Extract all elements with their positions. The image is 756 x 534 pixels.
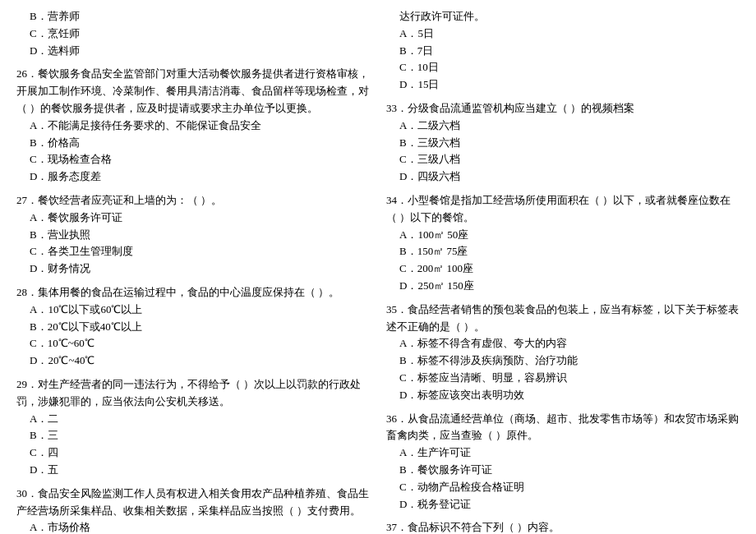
option-text: B．20℃以下或40℃以上 bbox=[16, 319, 370, 336]
question-text: 26．餐饮服务食品安全监管部门对重大活动餐饮服务提供者进行资格审核，开展加工制作… bbox=[16, 66, 370, 117]
option-text: D．四级六档 bbox=[386, 168, 740, 186]
option-text: D．15日 bbox=[386, 76, 740, 94]
option-text: A．二级六档 bbox=[386, 117, 740, 135]
option-text: C．动物产品检疫合格证明 bbox=[386, 479, 740, 496]
option-text: C．现场检查合格 bbox=[16, 151, 370, 168]
right-column: 达行政许可证件。A．5日B．7日C．10日D．15日33．分级食品流通监管机构应… bbox=[386, 8, 740, 534]
option-text: C．各类卫生管理制度 bbox=[16, 243, 370, 260]
question-text: 30．食品安全风险监测工作人员有权进入相关食用农产品种植养殖、食品生产经营场所采… bbox=[16, 486, 370, 520]
question-block: 30．食品安全风险监测工作人员有权进入相关食用农产品种植养殖、食品生产经营场所采… bbox=[16, 486, 370, 534]
option-text: D．标签应该突出表明功效 bbox=[386, 387, 740, 404]
option-text: B．三级六档 bbox=[386, 135, 740, 152]
option-text: A．标签不得含有虚假、夸大的内容 bbox=[386, 335, 740, 352]
option-text: D．20℃~40℃ bbox=[16, 352, 370, 370]
question-block: 37．食品标识不符合下列（ ）内容。A．附加的产品说明无法证实其依据的B．以欺骗… bbox=[386, 519, 740, 534]
option-text: D．五 bbox=[16, 462, 370, 479]
question-text: 29．对生产经营者的同一违法行为，不得给予（ ）次以上以罚款的行政处罚，涉嫌犯罪… bbox=[16, 376, 370, 411]
option-text: B．餐饮服务许可证 bbox=[386, 462, 740, 479]
option-text: B．价格高 bbox=[16, 135, 370, 152]
question-block: 35．食品经营者销售的预包装食品的包装上，应当有标签，以下关于标签表述不正确的是… bbox=[386, 302, 740, 404]
option-text: D．250㎡ 150座 bbox=[386, 278, 740, 295]
left-column: B．营养师C．烹饪师D．选料师26．餐饮服务食品安全监管部门对重大活动餐饮服务提… bbox=[16, 8, 370, 534]
question-text: 36．从食品流通经营单位（商场、超市、批发零售市场等）和农贸市场采购畜禽肉类，应… bbox=[386, 411, 740, 445]
question-block: 26．餐饮服务食品安全监管部门对重大活动餐饮服务提供者进行资格审核，开展加工制作… bbox=[16, 66, 370, 186]
option-text: A．不能满足接待任务要求的、不能保证食品安全 bbox=[16, 117, 370, 135]
option-text: D．服务态度差 bbox=[16, 168, 370, 186]
option-text: C．标签应当清晰、明显，容易辨识 bbox=[386, 370, 740, 387]
option-text: A．餐饮服务许可证 bbox=[16, 209, 370, 227]
option-text: C．10℃~60℃ bbox=[16, 335, 370, 352]
question-text: 35．食品经营者销售的预包装食品的包装上，应当有标签，以下关于标签表述不正确的是… bbox=[386, 302, 740, 336]
option-text: D．财务情况 bbox=[16, 260, 370, 278]
question-text: 28．集体用餐的食品在运输过程中，食品的中心温度应保持在（ ）。 bbox=[16, 284, 370, 302]
option-text: C．四 bbox=[16, 444, 370, 462]
question-block: 29．对生产经营者的同一违法行为，不得给予（ ）次以上以罚款的行政处罚，涉嫌犯罪… bbox=[16, 376, 370, 479]
option-text: A．生产许可证 bbox=[386, 444, 740, 462]
option-text: C．200㎡ 100座 bbox=[386, 260, 740, 278]
option-text: A．100㎡ 50座 bbox=[386, 227, 740, 244]
question-text: 37．食品标识不符合下列（ ）内容。 bbox=[386, 519, 740, 534]
question-block: 达行政许可证件。A．5日B．7日C．10日D．15日 bbox=[386, 8, 740, 94]
question-block: 33．分级食品流通监管机构应当建立（ ）的视频档案A．二级六档B．三级六档C．三… bbox=[386, 100, 740, 186]
option-text: C．10日 bbox=[386, 59, 740, 76]
option-text: C．三级八档 bbox=[386, 151, 740, 168]
option-text: B．三 bbox=[16, 427, 370, 444]
option-text: A．市场价格 bbox=[16, 519, 370, 534]
option-text: B．标签不得涉及疾病预防、治疗功能 bbox=[386, 352, 740, 370]
question-block: 27．餐饮经营者应亮证和上墙的为：（ ）。A．餐饮服务许可证B．营业执照C．各类… bbox=[16, 192, 370, 278]
question-text: 27．餐饮经营者应亮证和上墙的为：（ ）。 bbox=[16, 192, 370, 209]
question-block: B．营养师C．烹饪师D．选料师 bbox=[16, 8, 370, 59]
option-text: A．10℃以下或60℃以上 bbox=[16, 302, 370, 319]
text-line: C．烹饪师 bbox=[16, 25, 370, 43]
option-text: B．7日 bbox=[386, 43, 740, 60]
question-text: 34．小型餐馆是指加工经营场所使用面积在（ ）以下，或者就餐座位数在（ ）以下的… bbox=[386, 192, 740, 227]
text-line: 达行政许可证件。 bbox=[386, 8, 740, 25]
option-text: B．营业执照 bbox=[16, 227, 370, 244]
option-text: A．5日 bbox=[386, 25, 740, 43]
question-block: 28．集体用餐的食品在运输过程中，食品的中心温度应保持在（ ）。A．10℃以下或… bbox=[16, 284, 370, 370]
text-line: B．营养师 bbox=[16, 8, 370, 25]
question-block: 36．从食品流通经营单位（商场、超市、批发零售市场等）和农贸市场采购畜禽肉类，应… bbox=[386, 411, 740, 513]
question-text: 33．分级食品流通监管机构应当建立（ ）的视频档案 bbox=[386, 100, 740, 117]
question-block: 34．小型餐馆是指加工经营场所使用面积在（ ）以下，或者就餐座位数在（ ）以下的… bbox=[386, 192, 740, 295]
option-text: B．150㎡ 75座 bbox=[386, 243, 740, 260]
text-line: D．选料师 bbox=[16, 43, 370, 60]
option-text: A．二 bbox=[16, 411, 370, 428]
option-text: D．税务登记证 bbox=[386, 496, 740, 513]
